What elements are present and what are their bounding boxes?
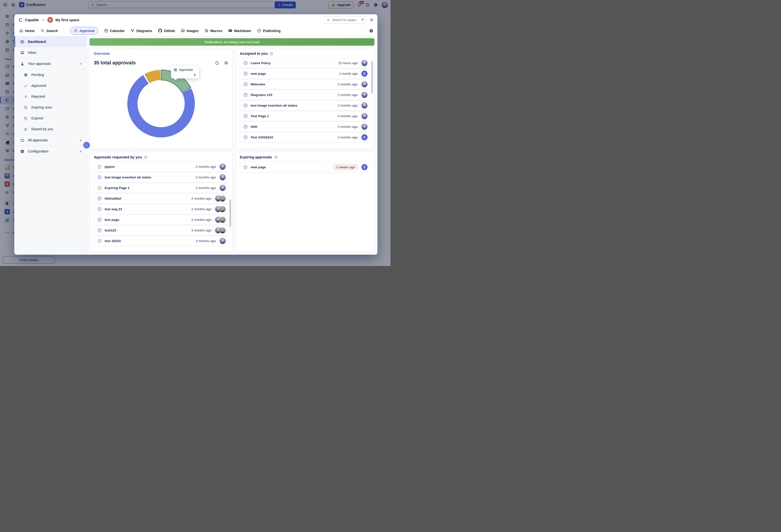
assignee-avatars <box>361 113 368 119</box>
sidebar-item-rejected[interactable]: Rejected <box>14 91 87 102</box>
page-title: Welcome <box>251 82 335 86</box>
app-settings-icon[interactable] <box>369 29 373 33</box>
user-avatar <box>219 185 226 191</box>
help-icon[interactable] <box>274 156 278 159</box>
refresh-icon[interactable] <box>215 61 219 65</box>
check-icon <box>23 84 28 88</box>
sidebar-item-all-approvals[interactable]: All approvals <box>14 135 87 146</box>
pending-clock-icon <box>243 103 248 108</box>
folder-icon <box>20 138 25 142</box>
assignee-avatars <box>219 164 226 170</box>
filter-sliders-icon[interactable] <box>224 61 229 65</box>
modal-header: C Capable My first space ? <box>14 14 377 26</box>
pending-clock-icon <box>243 135 248 140</box>
tooltip-value: 6 <box>174 73 196 77</box>
dashboard-icon <box>20 40 25 44</box>
breadcrumb-app[interactable]: Capable <box>25 18 39 22</box>
pending-clock-icon <box>97 196 102 201</box>
sidebar-item-raised-by-you[interactable]: Raised by you <box>14 124 87 134</box>
assignee-avatars <box>361 81 368 87</box>
time-ago: 2 months ago <box>191 197 211 200</box>
page-title: test 32534 <box>105 239 193 243</box>
tab-images[interactable]: Images <box>181 29 199 33</box>
space-icon <box>47 17 53 23</box>
approval-list-item[interactable]: ttttttsdfdsf 2 months ago <box>94 194 229 204</box>
sidebar-item-expiring-soon[interactable]: Expiring soon <box>14 102 87 113</box>
user-avatar <box>219 227 226 234</box>
approval-list-item[interactable]: test image insertion all states 2 months… <box>94 172 229 182</box>
sidebar-collapse-button[interactable] <box>83 142 90 148</box>
assignee-avatars <box>361 103 368 109</box>
chevron-right-icon <box>78 150 83 153</box>
tab-markdown[interactable]: Markdown <box>228 29 251 33</box>
approval-list-item[interactable]: Diagrams 123 2 months ago <box>240 90 370 100</box>
approval-list-item[interactable]: new page 2 weeks ago C <box>240 162 370 172</box>
user-avatar <box>219 174 226 180</box>
tab-approval[interactable]: Approval <box>70 27 98 35</box>
pending-clock-icon <box>243 124 248 129</box>
time-ago: 2 months ago <box>337 82 358 86</box>
capable-logo: C <box>19 17 23 23</box>
expiring-approvals-card: Expiring approvals new page 2 weeks ago … <box>236 152 374 252</box>
tab-calendar[interactable]: Calendar <box>104 29 125 33</box>
assignee-avatars <box>215 206 226 212</box>
approval-list-item[interactable]: Expiring Page 1 2 months ago <box>94 183 229 193</box>
approval-list-item[interactable]: Leave Policy 20 hours ago <box>240 58 370 68</box>
sidebar-item-your-approvals[interactable]: Your approvals <box>14 58 87 69</box>
pending-clock-icon <box>23 73 28 77</box>
page-search[interactable]: ? <box>324 16 366 24</box>
approval-list-item[interactable]: test page 3 months ago <box>94 215 229 225</box>
time-ago: 2 months ago <box>337 104 358 107</box>
user-avatar <box>219 196 226 202</box>
sidebar-item-dashboard[interactable]: Dashboard <box>14 36 87 47</box>
overview-card: Overview 35 total approvals <box>89 48 233 149</box>
user-avatar <box>361 124 368 130</box>
sidebar-item-approved[interactable]: Approved <box>14 80 87 91</box>
time-ago: 3 months ago <box>337 114 358 118</box>
page-title: test image insertion all states <box>251 104 335 107</box>
help-icon[interactable] <box>144 156 148 159</box>
sidebar-item-expired[interactable]: Expired <box>14 113 87 124</box>
approval-list-item[interactable]: Test Page 1 3 months ago <box>240 111 370 121</box>
approved-check-icon <box>97 239 102 243</box>
sidebar-item-pending[interactable]: Pending <box>14 69 87 80</box>
approval-list-item[interactable]: new page 1 month ago C <box>240 69 370 79</box>
close-icon[interactable] <box>369 17 374 22</box>
sidebar-item-inbox[interactable]: Inbox <box>14 47 87 58</box>
help-icon[interactable] <box>270 52 273 55</box>
assignee-avatars <box>219 174 226 180</box>
scrollbar-thumb[interactable] <box>230 199 231 227</box>
approval-list-item[interactable]: Test 23434234 3 months ago C <box>240 132 370 142</box>
page-search-input[interactable] <box>332 18 360 22</box>
approval-list-item[interactable]: test image insertion all states 2 months… <box>240 100 370 111</box>
tab-diagrams[interactable]: Diagrams <box>130 29 152 33</box>
tab-home[interactable]: Home <box>19 29 35 33</box>
assignee-avatars: C <box>361 71 368 77</box>
tab-publishing[interactable]: Publishing <box>257 29 281 33</box>
tab-macros[interactable]: Macros <box>205 29 222 33</box>
approval-list-item[interactable]: test aug 23 2 months ago <box>94 204 229 214</box>
modal-tab-bar: Home Search Approval Calendar Diagrams G… <box>14 26 377 36</box>
home-icon <box>19 29 24 33</box>
approval-list-item[interactable]: pppoo 2 months ago <box>94 162 229 172</box>
scrollbar-thumb[interactable] <box>371 61 373 94</box>
check-circle-icon <box>74 29 78 33</box>
notification-banner: Notifications are being sent via Email <box>89 38 374 46</box>
sidebar-item-configuration[interactable]: Configuration <box>14 146 87 157</box>
tab-search[interactable]: Search <box>40 29 58 33</box>
approval-list-item[interactable]: test 32534 3 months ago <box>94 236 229 246</box>
chevron-right-icon <box>78 138 83 142</box>
screen: Confluence Create Upgrade 9+ <box>0 0 390 266</box>
dashboard-content: Notifications are being sent via Email O… <box>87 36 377 255</box>
breadcrumb-space[interactable]: My first space <box>55 18 79 22</box>
page-title: Leave Policy <box>251 61 335 65</box>
person-add-icon <box>23 127 28 131</box>
tab-github[interactable]: Github <box>158 29 175 33</box>
search-icon <box>40 29 45 33</box>
approval-list-item[interactable]: Welcome 2 months ago <box>240 79 370 89</box>
page-title: new page <box>251 72 336 76</box>
approval-list-item[interactable]: test123 3 months ago <box>94 225 229 235</box>
approval-list-item[interactable]: tttttt 3 months ago <box>240 122 370 132</box>
overview-section-title: Overview <box>94 51 229 55</box>
pending-clock-icon <box>243 82 248 87</box>
